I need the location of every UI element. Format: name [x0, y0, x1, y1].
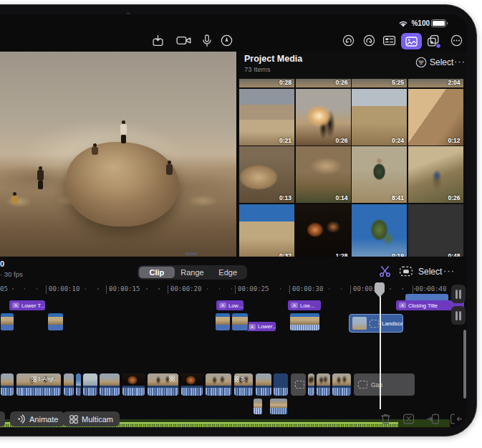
media-thumbnail[interactable]: 0:48	[408, 204, 463, 257]
multicam-button[interactable]: Multicam	[63, 411, 120, 426]
media-thumbnail[interactable]: 0:24	[352, 89, 407, 146]
audio-waveform	[206, 386, 231, 396]
video-clip[interactable]	[255, 373, 272, 396]
track-height-control[interactable]	[451, 285, 466, 303]
media-thumbnail[interactable]: 0:26	[296, 79, 351, 87]
timeline-resize-handle[interactable]	[185, 252, 198, 255]
append-icon[interactable]	[450, 413, 463, 425]
video-clip[interactable]	[316, 373, 331, 396]
project-media-panel: Project Media 73 Items Select ··· 0:280:…	[238, 52, 467, 257]
gap-clip[interactable]: Gap	[353, 373, 415, 396]
select-button[interactable]: Select	[430, 57, 453, 67]
media-thumbnail[interactable]: 2:04	[408, 79, 463, 87]
clip-duration: 0:13	[279, 194, 291, 201]
multicam-grid-icon	[69, 415, 78, 424]
inspector-icon[interactable]	[382, 34, 396, 47]
redo-icon[interactable]	[363, 34, 375, 47]
import-icon[interactable]	[152, 34, 164, 47]
media-thumbnail[interactable]: 0:12	[408, 89, 463, 146]
microphone-icon[interactable]	[202, 34, 212, 47]
video-clip[interactable]	[82, 373, 98, 396]
title-clip[interactable]: ALower T…	[9, 300, 45, 310]
media-thumbnail[interactable]: 1:28	[296, 204, 351, 257]
media-thumbnail[interactable]: 0:19	[352, 204, 407, 257]
video-viewer[interactable]: 00:00:37:14 41 % ···	[0, 52, 236, 257]
pencil-icon[interactable]	[221, 34, 233, 47]
connected-clip[interactable]	[47, 313, 64, 331]
mode-option-edge[interactable]: Edge	[210, 267, 246, 278]
media-thumbnail[interactable]: 0:13	[239, 146, 294, 203]
track-height-control-2[interactable]	[451, 306, 466, 325]
media-thumbnail[interactable]: 0:26	[296, 89, 351, 146]
title-badge: A	[219, 302, 226, 308]
connect-clip-icon[interactable]	[399, 264, 413, 277]
mode-option-range[interactable]: Range	[175, 267, 211, 278]
video-clip[interactable]	[0, 373, 14, 396]
video-clip[interactable]	[332, 373, 352, 396]
mode-option-clip[interactable]: Clip	[139, 267, 175, 278]
media-thumbnail[interactable]: 5:25	[352, 79, 407, 87]
connected-clip[interactable]	[0, 313, 14, 331]
video-clip[interactable]	[307, 373, 315, 396]
filter-icon[interactable]	[415, 57, 427, 68]
audio-waveform	[83, 386, 97, 396]
more-icon[interactable]	[450, 34, 463, 47]
timeline: 0 · 30 fps ClipRangeEdge Select ··· 0500…	[0, 258, 467, 427]
multicam-clip[interactable]	[147, 373, 179, 396]
video-clip[interactable]	[205, 373, 232, 396]
animate-button[interactable]: Animate	[10, 411, 64, 426]
title-clip[interactable]: ALow…	[216, 300, 244, 310]
connected-clip[interactable]	[231, 313, 249, 331]
playhead[interactable]	[380, 285, 381, 409]
audio-waveform	[332, 386, 351, 396]
blade-scissors-icon[interactable]	[378, 264, 392, 278]
timeline-select-button[interactable]: Select	[418, 267, 442, 277]
media-browser-icon[interactable]	[401, 33, 422, 49]
effects-icon[interactable]	[427, 34, 440, 48]
video-clip[interactable]	[75, 373, 82, 396]
title-badge: A	[291, 302, 298, 308]
media-thumbnail[interactable]: 0:37	[239, 204, 294, 257]
title-clip[interactable]: ALow…	[288, 300, 321, 310]
project-fps: · 30 fps	[0, 270, 23, 278]
camera-icon[interactable]	[176, 34, 192, 47]
ruler-label: 00:00:20	[168, 285, 201, 294]
timeline-vertical-scrollbar[interactable]	[463, 330, 466, 399]
timeline-more-button[interactable]: ···	[443, 265, 455, 276]
media-thumbnail[interactable]: 0:14	[296, 146, 351, 203]
video-clip[interactable]	[180, 373, 203, 396]
trash-icon[interactable]	[380, 413, 392, 425]
video-clip[interactable]	[63, 373, 74, 396]
video-clip[interactable]	[273, 373, 289, 396]
gap-clip[interactable]: G…	[290, 373, 307, 396]
gap-icon	[295, 381, 304, 389]
clip-duration: 0:24	[392, 137, 404, 144]
connected-title-clip[interactable]: Landscap…	[349, 314, 403, 333]
title-clip[interactable]: ALower…	[246, 322, 276, 331]
connected-clip[interactable]	[215, 313, 231, 331]
animate-icon	[16, 414, 26, 424]
clip-duration: 0:26	[448, 194, 460, 201]
connected-clip[interactable]	[289, 313, 320, 331]
multicam-label	[169, 376, 176, 381]
multicam-label: 1-Angl…	[31, 376, 59, 382]
video-clip[interactable]	[122, 373, 145, 396]
undo-icon[interactable]	[342, 34, 355, 47]
media-thumbnail[interactable]: 0:21	[239, 89, 294, 146]
media-thumbnail[interactable]: 0:28	[239, 79, 294, 87]
timeline-tracks: ALower T…ALow…ALow…AClosing TitleALower……	[0, 300, 450, 409]
clipped-button[interactable]	[0, 411, 5, 426]
panel-more-button[interactable]: ···	[454, 56, 466, 67]
ruler-label: 05	[0, 285, 8, 294]
multicam-clip[interactable]: 2-…	[233, 373, 254, 396]
edit-mode-segmented-control: ClipRangeEdge	[138, 265, 247, 280]
blade-box-icon[interactable]	[403, 413, 415, 425]
video-clip[interactable]	[99, 373, 120, 396]
ruler-label: 00:00:25	[235, 285, 269, 294]
multicam-clip[interactable]: 1-Angl…	[16, 373, 62, 396]
media-thumbnail[interactable]: 0:26	[408, 146, 463, 203]
overwrite-icon[interactable]	[427, 413, 440, 425]
title-badge: A	[12, 302, 19, 308]
media-thumbnail[interactable]: 8:41	[352, 146, 407, 203]
wifi-icon	[398, 20, 408, 28]
